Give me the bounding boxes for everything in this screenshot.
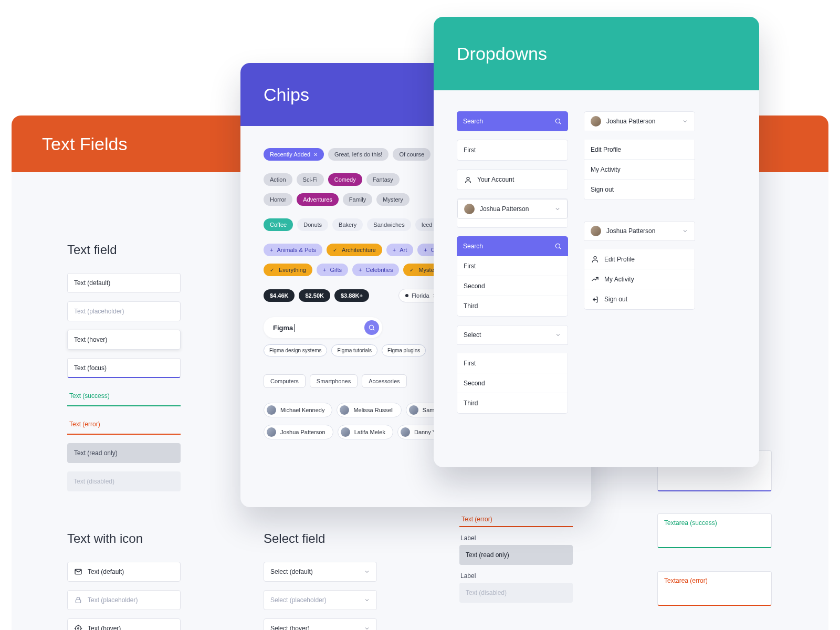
dropdowns-header: Dropdowns bbox=[434, 17, 759, 90]
chip-food[interactable]: Donuts bbox=[297, 218, 328, 231]
textfield-placeholder[interactable]: Text (placeholder) bbox=[67, 301, 181, 321]
dropdown-option[interactable]: Second bbox=[457, 373, 568, 393]
chip-topic-checked[interactable]: Architechture bbox=[327, 244, 382, 256]
chip-genre[interactable]: Fantasy bbox=[366, 173, 400, 186]
avatar bbox=[340, 405, 349, 415]
dropdown-search-header[interactable]: Search bbox=[457, 111, 568, 131]
chip-topic-checked[interactable]: Everything bbox=[264, 264, 312, 276]
lock-icon bbox=[74, 596, 82, 604]
label-1: Label bbox=[460, 534, 573, 542]
menu-sign-out-icon[interactable]: Sign out bbox=[584, 289, 695, 309]
avatar bbox=[267, 405, 276, 415]
search-button[interactable] bbox=[364, 320, 379, 335]
menu-edit-profile-icon[interactable]: Edit Profile bbox=[584, 249, 695, 269]
select-hover[interactable]: Select (hover) bbox=[264, 618, 377, 630]
user-icon bbox=[464, 175, 472, 184]
dropdown-option[interactable]: Third bbox=[457, 296, 568, 316]
chip-genre[interactable]: Sci-Fi bbox=[297, 173, 324, 186]
chip-topic[interactable]: Gifts bbox=[317, 264, 348, 276]
chip-person[interactable]: Joshua Patterson bbox=[264, 425, 333, 439]
textarea-error[interactable]: Textarea (error) bbox=[657, 571, 772, 606]
chip-genre-selected[interactable]: Adventures bbox=[297, 193, 339, 206]
textarea-success[interactable]: Textarea (success) bbox=[657, 513, 772, 548]
dropdown-option-first[interactable]: First bbox=[457, 140, 568, 161]
select-field-section-title: Select field bbox=[264, 531, 377, 546]
chip-topic[interactable]: Animals & Pets bbox=[264, 244, 322, 256]
user-icon bbox=[591, 255, 599, 264]
textfield-icon-placeholder[interactable]: Text (placeholder) bbox=[67, 590, 181, 610]
textfield-error[interactable]: Text (error) bbox=[67, 415, 181, 435]
chip-price[interactable]: $4.46K bbox=[264, 289, 295, 302]
chevron-down-icon bbox=[682, 118, 688, 124]
chip-genre[interactable]: Horror bbox=[264, 193, 292, 206]
dropdowns-title: Dropdowns bbox=[457, 44, 547, 64]
chip-genre-selected[interactable]: Comedy bbox=[328, 173, 362, 186]
chip-price[interactable]: $3.88K+ bbox=[334, 289, 369, 302]
search-suggestion[interactable]: Figma tutorials bbox=[331, 344, 377, 356]
chevron-down-icon bbox=[364, 569, 370, 575]
mail-icon bbox=[74, 568, 82, 576]
user-menu-2-header[interactable]: Joshua Patterson bbox=[584, 221, 695, 241]
menu-my-activity-icon[interactable]: My Activity bbox=[584, 269, 695, 289]
textfield-success[interactable]: Text (success) bbox=[67, 386, 181, 406]
dropdown-option[interactable]: Third bbox=[457, 393, 568, 413]
chip-category[interactable]: Smartphones bbox=[310, 374, 358, 388]
dropdown-search-header-2[interactable]: Search bbox=[457, 236, 568, 256]
dropdown-user-select[interactable]: Joshua Patterson bbox=[457, 198, 568, 228]
dot-icon bbox=[405, 294, 408, 297]
search-suggestion[interactable]: Figma design systems bbox=[264, 344, 327, 356]
text-with-icon-section-title: Text with icon bbox=[67, 531, 181, 546]
chip-topic[interactable]: Art bbox=[386, 244, 414, 256]
chip-food-selected[interactable]: Coffee bbox=[264, 218, 293, 231]
textfield-default[interactable]: Text (default) bbox=[67, 273, 181, 293]
chevron-down-icon bbox=[682, 228, 688, 234]
chip-genre[interactable]: Family bbox=[343, 193, 372, 206]
chip-category[interactable]: Computers bbox=[264, 374, 306, 388]
svg-line-9 bbox=[373, 329, 374, 330]
textfield-icon-hover[interactable]: Text (hover) bbox=[67, 618, 181, 630]
chip-recently-added[interactable]: Recently Added✕ bbox=[264, 148, 324, 161]
chip-food[interactable]: Sandwiches bbox=[367, 218, 411, 231]
chip-person[interactable]: Latifa Melek bbox=[338, 425, 393, 439]
dropdown-option[interactable]: Second bbox=[457, 276, 568, 296]
dropdown-option[interactable]: First bbox=[457, 256, 568, 276]
close-icon[interactable]: ✕ bbox=[313, 152, 318, 158]
text-fields-title: Text Fields bbox=[42, 134, 128, 154]
chevron-down-icon bbox=[364, 597, 370, 603]
activity-icon bbox=[591, 275, 599, 284]
search-pill[interactable]: Figma bbox=[264, 317, 382, 338]
chip-genre[interactable]: Action bbox=[264, 173, 292, 186]
menu-my-activity[interactable]: My Activity bbox=[584, 160, 695, 180]
chip-suggestion[interactable]: Of course bbox=[393, 148, 430, 161]
select-placeholder[interactable]: Select (placeholder) bbox=[264, 590, 377, 610]
textfield-hover[interactable]: Text (hover) bbox=[67, 330, 181, 350]
avatar bbox=[591, 116, 601, 127]
dropdowns-card: Dropdowns Search First Your Account Josh… bbox=[434, 17, 759, 467]
search-icon bbox=[554, 243, 562, 250]
chip-genre[interactable]: Mystery bbox=[376, 193, 410, 206]
chip-person[interactable]: Melissa Russell bbox=[337, 403, 401, 417]
right-text-error[interactable]: Text (error) bbox=[459, 512, 573, 527]
chip-food[interactable]: Bakery bbox=[332, 218, 363, 231]
avatar bbox=[591, 226, 601, 236]
textfield-icon-default[interactable]: Text (default) bbox=[67, 562, 181, 582]
svg-line-14 bbox=[559, 247, 561, 249]
user-menu-2: Joshua Patterson Edit Profile My Activit… bbox=[584, 221, 695, 310]
select-default[interactable]: Select (default) bbox=[264, 562, 377, 582]
dropdown-select-header[interactable]: Select bbox=[457, 325, 568, 345]
chip-person[interactable]: Michael Kennedy bbox=[264, 403, 332, 417]
search-suggestion[interactable]: Figma plugins bbox=[382, 344, 426, 356]
dropdown-search-open: Search First Second Third bbox=[457, 236, 568, 317]
chip-price[interactable]: $2.50K bbox=[299, 289, 330, 302]
user-menu-header[interactable]: Joshua Patterson bbox=[584, 111, 695, 131]
chevron-down-icon bbox=[364, 625, 370, 630]
textfield-focus[interactable]: Text (focus) bbox=[67, 358, 181, 378]
dropdown-option[interactable]: First bbox=[457, 353, 568, 373]
chip-category[interactable]: Accessories bbox=[362, 374, 406, 388]
chip-suggestion[interactable]: Great, let's do this! bbox=[328, 148, 388, 161]
menu-edit-profile[interactable]: Edit Profile bbox=[584, 140, 695, 160]
dropdown-your-account[interactable]: Your Account bbox=[457, 169, 568, 190]
chip-topic[interactable]: Celebrities bbox=[352, 264, 399, 276]
menu-sign-out[interactable]: Sign out bbox=[584, 180, 695, 200]
chips-title: Chips bbox=[264, 85, 309, 105]
